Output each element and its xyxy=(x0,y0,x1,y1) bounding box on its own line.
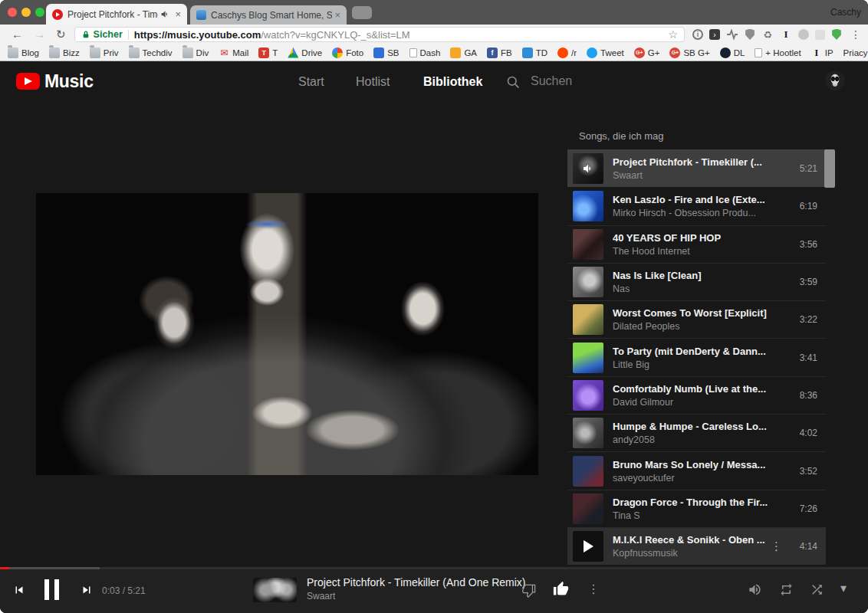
bookmark-item[interactable]: Dash xyxy=(409,48,441,57)
playlist-row[interactable]: 40 YEARS OF HIP HOP The Hood Internet ⋮ … xyxy=(567,225,826,263)
bookmark-item[interactable]: I IP xyxy=(811,48,833,58)
youtube-music-logo-icon[interactable] xyxy=(16,73,40,90)
bookmark-icon xyxy=(373,48,384,58)
playlist-row[interactable]: Project Pitchfork - Timekiller (... Swaa… xyxy=(567,149,826,187)
song-menu-icon[interactable]: ⋮ xyxy=(771,539,782,553)
bookmark-item[interactable]: + Hootlet xyxy=(755,48,801,57)
like-button[interactable] xyxy=(553,581,569,597)
bookmark-item[interactable]: SB xyxy=(373,48,399,58)
bookmark-item[interactable]: Priv xyxy=(90,48,119,58)
playlist-row[interactable]: Ken Laszlo - Fire and Ice (Exte... Mirko… xyxy=(567,187,826,225)
search-icon[interactable] xyxy=(506,75,520,89)
bookmark-item[interactable]: Bizz xyxy=(49,48,80,58)
bookmark-label: Bizz xyxy=(63,48,80,57)
song-duration: 3:22 xyxy=(791,314,817,325)
song-artist: Dilated Peoples xyxy=(613,321,791,332)
tab-close-icon[interactable]: × xyxy=(175,9,181,19)
song-title: Nas Is Like [Clean] xyxy=(613,270,791,281)
chrome-menu-icon[interactable]: ⋮ xyxy=(850,28,862,41)
address-bar[interactable]: Sicher https://music.youtube.com/watch?v… xyxy=(74,27,685,42)
now-playing-artist: Swaart xyxy=(307,591,518,602)
pause-button[interactable] xyxy=(44,579,59,600)
previous-track-button[interactable] xyxy=(12,583,26,597)
recycle-extension-icon[interactable]: ♻ xyxy=(761,28,774,41)
bookmark-item[interactable]: Drive xyxy=(288,48,322,58)
song-thumbnail xyxy=(573,153,603,184)
tab-close-icon[interactable]: × xyxy=(334,10,340,20)
inactive-extension-icon[interactable] xyxy=(815,30,825,40)
bookmark-item[interactable]: G+ SB G+ xyxy=(669,48,709,58)
bookmark-item[interactable]: DL xyxy=(720,48,745,58)
song-artist: David Gilmour xyxy=(613,397,791,408)
user-avatar[interactable] xyxy=(825,70,845,90)
bolt-extension-icon[interactable] xyxy=(798,29,809,40)
pocket-extension-icon[interactable]: › xyxy=(709,29,720,40)
song-title: Dragon Force - Through the Fir... xyxy=(613,497,791,508)
playlist-scrollbar[interactable] xyxy=(824,149,835,188)
playlist-row[interactable]: Nas Is Like [Clean] Nas ⋮ 3:59 xyxy=(567,263,826,300)
nav-tab-hotlist[interactable]: Hotlist xyxy=(356,75,390,89)
playlist-row[interactable]: Dragon Force - Through the Fir... Tina S… xyxy=(567,490,826,527)
tab-title: Caschys Blog Smart Home, So xyxy=(211,10,332,21)
youtube-music-logo-text[interactable]: Music xyxy=(44,71,94,92)
tab-audio-icon[interactable] xyxy=(160,9,170,19)
playlist-row[interactable]: M.I.K.I Reece & Sonikk - Oben ... Kopfnu… xyxy=(567,527,826,565)
song-duration: 5:21 xyxy=(791,163,817,174)
bookmark-item[interactable]: Techdiv xyxy=(129,48,173,58)
bookmark-label: Mail xyxy=(232,48,248,57)
playlist-row[interactable]: Humpe & Humpe - Careless Lo... andy2058 … xyxy=(567,414,826,451)
playlist-row[interactable]: To Party (mit DenDerty & Dann... Little … xyxy=(567,338,826,375)
shield-extension-icon[interactable] xyxy=(745,29,755,41)
bookmark-star-icon[interactable]: ☆ xyxy=(668,28,678,41)
bookmark-item[interactable]: Div xyxy=(182,48,209,58)
shuffle-icon[interactable] xyxy=(810,582,824,597)
nav-tab-start[interactable]: Start xyxy=(298,75,324,89)
browser-profile-name[interactable]: Caschy xyxy=(830,7,861,18)
forward-button[interactable]: → xyxy=(34,27,45,42)
new-tab-button[interactable] xyxy=(352,6,372,19)
song-title: Humpe & Humpe - Careless Lo... xyxy=(613,421,791,432)
adblock-shield-extension-icon[interactable] xyxy=(831,29,842,41)
bookmark-label: G+ xyxy=(648,48,660,57)
next-track-button[interactable] xyxy=(80,583,94,597)
info-extension-icon[interactable]: i xyxy=(692,29,703,40)
bookmark-item[interactable]: f FB xyxy=(487,48,512,58)
playlist-row[interactable]: Comfortably Numb (Live at the... David G… xyxy=(567,376,826,414)
bookmark-item[interactable]: Tweet xyxy=(587,48,624,58)
bookmark-item[interactable]: G+ G+ xyxy=(634,48,660,58)
window-minimize-button[interactable] xyxy=(21,8,31,17)
song-artist: Tina S xyxy=(613,510,791,521)
player-menu-icon[interactable]: ⋮ xyxy=(587,582,600,596)
browser-tab-inactive[interactable]: Caschys Blog Smart Home, So × xyxy=(190,5,347,25)
dislike-button[interactable] xyxy=(522,583,537,598)
player-expand-caret-icon[interactable]: ▾ xyxy=(840,581,847,595)
video-player[interactable] xyxy=(36,193,538,475)
volume-icon[interactable] xyxy=(748,582,762,597)
bookmark-icon: G+ xyxy=(669,48,680,58)
search-input[interactable] xyxy=(529,74,747,89)
song-title: To Party (mit DenDerty & Dann... xyxy=(613,346,791,357)
bookmark-item[interactable]: Blog xyxy=(8,48,39,58)
wave-extension-icon[interactable] xyxy=(726,28,738,41)
playlist-row[interactable]: Bruno Mars So Lonely / Messa... saveyouc… xyxy=(567,451,826,489)
bookmark-item[interactable]: GA xyxy=(450,48,477,58)
song-artist: saveyouckufer xyxy=(613,473,791,484)
bookmark-item[interactable]: Foto xyxy=(332,48,363,58)
song-title: Project Pitchfork - Timekiller (... xyxy=(613,156,791,168)
window-zoom-button[interactable] xyxy=(35,8,44,17)
back-button[interactable]: ← xyxy=(12,27,23,42)
bookmark-item[interactable]: ✉ Mail xyxy=(219,48,248,58)
bookmark-label: /r xyxy=(571,48,577,57)
bookmark-item[interactable]: TD xyxy=(522,48,547,58)
nav-tab-bibliothek[interactable]: Bibliothek xyxy=(423,75,482,89)
bookmark-item[interactable]: /r xyxy=(557,48,577,58)
playlist-row[interactable]: Worst Comes To Worst [Explicit] Dilated … xyxy=(567,300,826,338)
browser-tab-active[interactable]: Project Pitchfork - Timekille × xyxy=(46,4,187,25)
window-close-button[interactable] xyxy=(8,8,17,17)
repeat-icon[interactable] xyxy=(779,582,794,597)
reload-button[interactable]: ↻ xyxy=(56,27,66,42)
browser-window: Project Pitchfork - Timekille × Caschys … xyxy=(0,0,868,613)
bookmark-item[interactable]: T T xyxy=(258,48,278,58)
letter-i-extension-icon[interactable]: I xyxy=(780,28,792,41)
bookmark-item[interactable]: Priacy xyxy=(843,48,868,57)
